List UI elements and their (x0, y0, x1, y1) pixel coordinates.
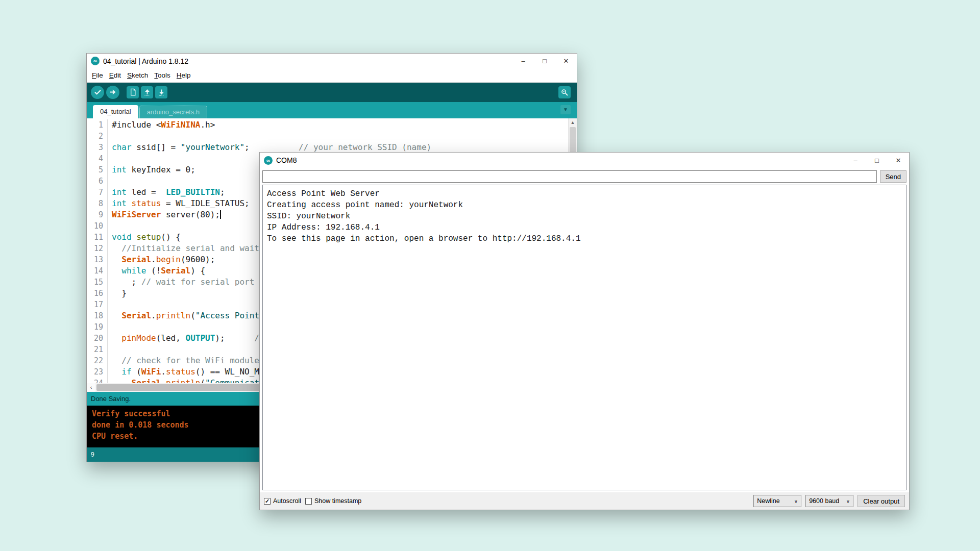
autoscroll-option[interactable]: Autoscroll (264, 497, 301, 505)
serial-output-line: Access Point Web Server (267, 188, 902, 199)
line-number: 12 (87, 243, 108, 254)
serial-output-line: To see this page in action, open a brows… (267, 233, 902, 244)
serial-output-line: SSID: yourNetwork (267, 211, 902, 222)
right-arrow-icon (109, 88, 117, 96)
down-arrow-icon (158, 88, 165, 96)
line-number: 15 (87, 277, 108, 288)
timestamp-checkbox[interactable] (305, 498, 312, 505)
serial-output-line: Creating access point named: yourNetwork (267, 199, 902, 211)
line-number: 23 (87, 366, 108, 378)
clear-output-button[interactable]: Clear output (857, 495, 905, 507)
baud-rate-select[interactable]: 9600 baud ∨ (805, 495, 853, 507)
scroll-left-icon[interactable]: ‹ (87, 383, 95, 392)
code-line-2: 2 (87, 131, 568, 142)
text-caret (220, 210, 221, 219)
serial-close-button[interactable]: ✕ (888, 153, 909, 168)
code-line-1: 1#include <WiFiNINA.h> (87, 119, 568, 131)
chevron-down-icon: ∨ (794, 498, 798, 504)
menu-edit[interactable]: Edit (106, 71, 124, 79)
line-number: 21 (87, 344, 108, 355)
magnifier-icon (560, 88, 569, 96)
arduino-logo-icon: ∞ (91, 57, 100, 65)
autoscroll-checkbox[interactable] (264, 498, 271, 505)
ide-maximize-button[interactable]: □ (534, 54, 555, 69)
verify-button[interactable] (91, 86, 104, 99)
ide-menubar: FileEditSketchToolsHelp (87, 69, 577, 83)
serial-output: Access Point Web ServerCreating access p… (262, 185, 906, 490)
ide-minimize-button[interactable]: – (512, 54, 534, 69)
up-arrow-icon (143, 88, 151, 96)
menu-sketch[interactable]: Sketch (124, 71, 151, 79)
line-number: 8 (87, 198, 108, 209)
cursor-line-indicator: 9 (91, 451, 94, 458)
autoscroll-label: Autoscroll (273, 497, 301, 505)
line-number: 2 (87, 131, 108, 142)
serial-bottom-bar: Autoscroll Show timestamp Newline ∨ 9600… (260, 492, 909, 510)
open-button[interactable] (141, 86, 153, 98)
line-number: 6 (87, 176, 108, 187)
ide-window-title: 04_tutorial | Arduino 1.8.12 (103, 57, 188, 65)
ide-toolbar (87, 83, 577, 102)
line-number: 10 (87, 220, 108, 232)
menu-file[interactable]: File (89, 71, 106, 79)
line-number: 22 (87, 355, 108, 366)
document-icon (129, 88, 137, 96)
ide-close-button[interactable]: ✕ (555, 54, 577, 69)
line-number: 14 (87, 265, 108, 277)
line-number: 5 (87, 164, 108, 176)
serial-input[interactable] (262, 170, 877, 183)
chevron-down-icon: ∨ (846, 498, 850, 504)
line-number: 17 (87, 299, 108, 310)
ide-titlebar[interactable]: ∞ 04_tutorial | Arduino 1.8.12 – □ ✕ (87, 54, 577, 69)
menu-help[interactable]: Help (174, 71, 194, 79)
line-number: 4 (87, 153, 108, 164)
line-number: 20 (87, 333, 108, 344)
line-number: 13 (87, 254, 108, 265)
tab-04_tutorial[interactable]: 04_tutorial (93, 105, 138, 118)
save-button[interactable] (155, 86, 167, 98)
serial-output-line: IP Address: 192.168.4.1 (267, 222, 902, 233)
desktop: ∞ 04_tutorial | Arduino 1.8.12 – □ ✕ Fil… (0, 0, 980, 551)
line-ending-value: Newline (757, 497, 779, 505)
show-timestamp-option[interactable]: Show timestamp (305, 497, 361, 505)
line-number: 19 (87, 321, 108, 333)
serial-titlebar[interactable]: ∞ COM8 – □ ✕ (260, 153, 909, 168)
line-number: 3 (87, 142, 108, 153)
serial-minimize-button[interactable]: – (845, 153, 866, 168)
scroll-up-icon[interactable]: ▲ (569, 118, 577, 127)
line-number: 16 (87, 288, 108, 299)
menu-tools[interactable]: Tools (151, 71, 174, 79)
new-sketch-button[interactable] (127, 86, 139, 98)
code-line-3: 3char ssid[] = "yourNetwork"; // your ne… (87, 142, 568, 153)
ide-tabbar: 04_tutorialarduino_secrets.h ▼ (87, 102, 577, 118)
serial-maximize-button[interactable]: □ (866, 153, 888, 168)
tab-list-dropdown-button[interactable]: ▼ (560, 105, 571, 114)
line-number: 11 (87, 232, 108, 243)
send-button[interactable]: Send (880, 170, 906, 183)
upload-button[interactable] (106, 86, 119, 99)
serial-monitor-window: ∞ COM8 – □ ✕ Send Access Point Web Serve… (259, 152, 910, 510)
serial-monitor-button[interactable] (558, 86, 571, 98)
check-icon (94, 88, 102, 96)
line-ending-select[interactable]: Newline ∨ (753, 495, 801, 507)
line-number: 9 (87, 209, 108, 220)
timestamp-label: Show timestamp (314, 497, 361, 505)
line-number: 1 (87, 119, 108, 131)
status-text: Done Saving. (91, 395, 131, 403)
line-number: 18 (87, 310, 108, 321)
baud-rate-value: 9600 baud (809, 497, 839, 505)
tab-arduino_secrets-h[interactable]: arduino_secrets.h (139, 106, 207, 118)
serial-window-title: COM8 (276, 156, 297, 164)
arduino-logo-icon: ∞ (264, 156, 273, 165)
line-number: 7 (87, 187, 108, 198)
